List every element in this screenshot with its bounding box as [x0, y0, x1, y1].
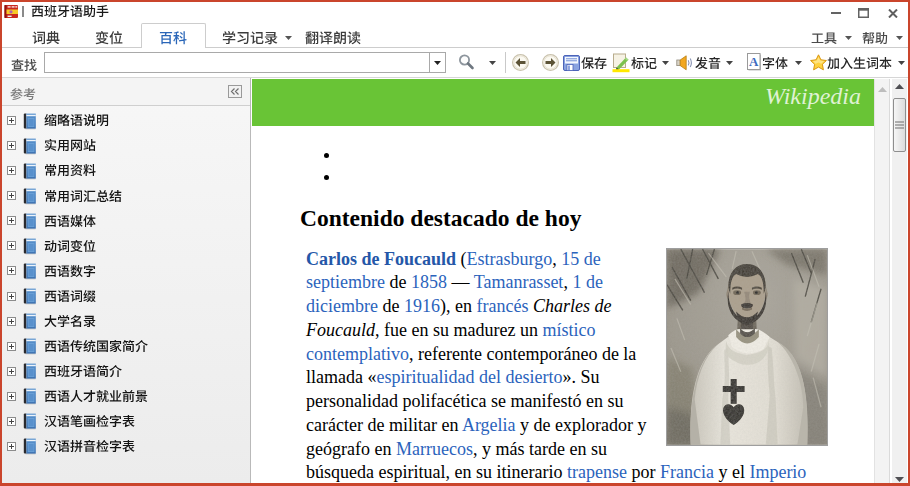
svg-text:A: A	[749, 54, 759, 69]
